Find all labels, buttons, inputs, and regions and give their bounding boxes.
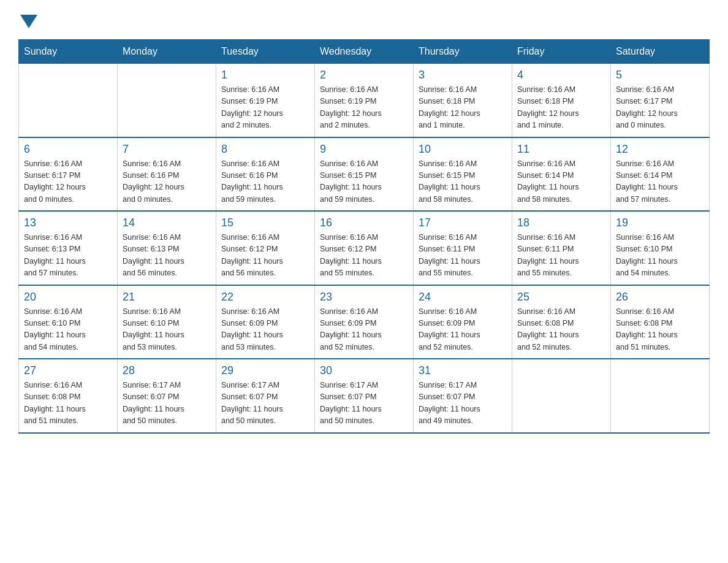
day-cell: 29Sunrise: 6:17 AM Sunset: 6:07 PM Dayli…	[216, 359, 315, 433]
day-number: 16	[320, 216, 408, 229]
day-cell: 3Sunrise: 6:16 AM Sunset: 6:18 PM Daylig…	[414, 64, 512, 137]
day-info: Sunrise: 6:17 AM Sunset: 6:07 PM Dayligh…	[123, 380, 211, 427]
day-number: 10	[419, 143, 507, 156]
header-cell-wednesday: Wednesday	[315, 40, 414, 64]
day-info: Sunrise: 6:16 AM Sunset: 6:11 PM Dayligh…	[419, 232, 507, 280]
day-info: Sunrise: 6:16 AM Sunset: 6:10 PM Dayligh…	[123, 306, 211, 354]
day-cell: 20Sunrise: 6:16 AM Sunset: 6:10 PM Dayli…	[19, 285, 118, 359]
day-info: Sunrise: 6:16 AM Sunset: 6:18 PM Dayligh…	[517, 84, 605, 132]
day-cell: 14Sunrise: 6:16 AM Sunset: 6:13 PM Dayli…	[118, 211, 216, 285]
day-cell: 16Sunrise: 6:16 AM Sunset: 6:12 PM Dayli…	[315, 211, 414, 285]
day-info: Sunrise: 6:16 AM Sunset: 6:17 PM Dayligh…	[24, 158, 112, 206]
day-cell: 25Sunrise: 6:16 AM Sunset: 6:08 PM Dayli…	[512, 285, 611, 359]
day-info: Sunrise: 6:16 AM Sunset: 6:19 PM Dayligh…	[320, 84, 408, 132]
day-number: 31	[419, 364, 507, 377]
week-row-3: 13Sunrise: 6:16 AM Sunset: 6:13 PM Dayli…	[19, 211, 710, 285]
day-info: Sunrise: 6:16 AM Sunset: 6:08 PM Dayligh…	[616, 306, 704, 354]
page-header	[18, 12, 710, 27]
calendar-table: SundayMondayTuesdayWednesdayThursdayFrid…	[18, 39, 710, 434]
day-info: Sunrise: 6:17 AM Sunset: 6:07 PM Dayligh…	[320, 380, 408, 427]
day-cell: 21Sunrise: 6:16 AM Sunset: 6:10 PM Dayli…	[118, 285, 216, 359]
header-row: SundayMondayTuesdayWednesdayThursdayFrid…	[19, 40, 710, 64]
day-number: 14	[123, 216, 211, 229]
day-info: Sunrise: 6:16 AM Sunset: 6:18 PM Dayligh…	[419, 84, 507, 132]
week-row-1: 1Sunrise: 6:16 AM Sunset: 6:19 PM Daylig…	[19, 64, 710, 137]
day-cell: 30Sunrise: 6:17 AM Sunset: 6:07 PM Dayli…	[315, 359, 414, 433]
day-cell	[512, 359, 611, 433]
day-info: Sunrise: 6:16 AM Sunset: 6:13 PM Dayligh…	[123, 232, 211, 280]
day-cell: 7Sunrise: 6:16 AM Sunset: 6:16 PM Daylig…	[118, 137, 216, 212]
week-row-2: 6Sunrise: 6:16 AM Sunset: 6:17 PM Daylig…	[19, 137, 710, 212]
day-info: Sunrise: 6:16 AM Sunset: 6:15 PM Dayligh…	[320, 158, 408, 206]
day-number: 7	[123, 143, 211, 156]
day-number: 17	[419, 216, 507, 229]
day-number: 15	[221, 216, 309, 229]
day-number: 4	[517, 69, 605, 82]
header-cell-friday: Friday	[512, 40, 611, 64]
week-row-5: 27Sunrise: 6:16 AM Sunset: 6:08 PM Dayli…	[19, 359, 710, 433]
day-cell: 5Sunrise: 6:16 AM Sunset: 6:17 PM Daylig…	[611, 64, 710, 137]
day-cell	[118, 64, 216, 137]
logo-triangle-icon	[20, 15, 37, 28]
day-number: 13	[24, 216, 112, 229]
day-info: Sunrise: 6:16 AM Sunset: 6:08 PM Dayligh…	[517, 306, 605, 354]
day-info: Sunrise: 6:16 AM Sunset: 6:15 PM Dayligh…	[419, 158, 507, 206]
day-info: Sunrise: 6:17 AM Sunset: 6:07 PM Dayligh…	[419, 380, 507, 427]
week-row-4: 20Sunrise: 6:16 AM Sunset: 6:10 PM Dayli…	[19, 285, 710, 359]
day-number: 20	[24, 291, 112, 304]
day-cell: 1Sunrise: 6:16 AM Sunset: 6:19 PM Daylig…	[216, 64, 315, 137]
header-cell-sunday: Sunday	[19, 40, 118, 64]
day-number: 6	[24, 143, 112, 156]
day-cell	[19, 64, 118, 137]
day-number: 26	[616, 291, 704, 304]
day-number: 25	[517, 291, 605, 304]
day-cell: 27Sunrise: 6:16 AM Sunset: 6:08 PM Dayli…	[19, 359, 118, 433]
day-cell: 10Sunrise: 6:16 AM Sunset: 6:15 PM Dayli…	[414, 137, 512, 212]
day-info: Sunrise: 6:16 AM Sunset: 6:19 PM Dayligh…	[221, 84, 309, 132]
day-cell: 23Sunrise: 6:16 AM Sunset: 6:09 PM Dayli…	[315, 285, 414, 359]
day-info: Sunrise: 6:16 AM Sunset: 6:16 PM Dayligh…	[221, 158, 309, 206]
day-info: Sunrise: 6:16 AM Sunset: 6:08 PM Dayligh…	[24, 380, 112, 427]
day-cell: 2Sunrise: 6:16 AM Sunset: 6:19 PM Daylig…	[315, 64, 414, 137]
day-info: Sunrise: 6:16 AM Sunset: 6:13 PM Dayligh…	[24, 232, 112, 280]
day-number: 27	[24, 364, 112, 377]
day-info: Sunrise: 6:16 AM Sunset: 6:16 PM Dayligh…	[123, 158, 211, 206]
day-info: Sunrise: 6:16 AM Sunset: 6:09 PM Dayligh…	[419, 306, 507, 354]
day-cell: 4Sunrise: 6:16 AM Sunset: 6:18 PM Daylig…	[512, 64, 611, 137]
day-cell: 31Sunrise: 6:17 AM Sunset: 6:07 PM Dayli…	[414, 359, 512, 433]
header-cell-tuesday: Tuesday	[216, 40, 315, 64]
logo	[18, 12, 37, 27]
day-number: 28	[123, 364, 211, 377]
day-info: Sunrise: 6:16 AM Sunset: 6:10 PM Dayligh…	[24, 306, 112, 354]
day-cell: 26Sunrise: 6:16 AM Sunset: 6:08 PM Dayli…	[611, 285, 710, 359]
day-number: 8	[221, 143, 309, 156]
day-info: Sunrise: 6:16 AM Sunset: 6:12 PM Dayligh…	[320, 232, 408, 280]
day-number: 30	[320, 364, 408, 377]
day-cell: 24Sunrise: 6:16 AM Sunset: 6:09 PM Dayli…	[414, 285, 512, 359]
day-cell: 28Sunrise: 6:17 AM Sunset: 6:07 PM Dayli…	[118, 359, 216, 433]
day-cell: 15Sunrise: 6:16 AM Sunset: 6:12 PM Dayli…	[216, 211, 315, 285]
day-cell: 18Sunrise: 6:16 AM Sunset: 6:11 PM Dayli…	[512, 211, 611, 285]
day-info: Sunrise: 6:16 AM Sunset: 6:09 PM Dayligh…	[221, 306, 309, 354]
day-cell	[611, 359, 710, 433]
day-cell: 6Sunrise: 6:16 AM Sunset: 6:17 PM Daylig…	[19, 137, 118, 212]
day-number: 1	[221, 69, 309, 82]
calendar-body: 1Sunrise: 6:16 AM Sunset: 6:19 PM Daylig…	[19, 64, 710, 433]
day-number: 24	[419, 291, 507, 304]
day-number: 18	[517, 216, 605, 229]
day-info: Sunrise: 6:16 AM Sunset: 6:14 PM Dayligh…	[517, 158, 605, 206]
day-number: 3	[419, 69, 507, 82]
header-cell-saturday: Saturday	[611, 40, 710, 64]
day-cell: 12Sunrise: 6:16 AM Sunset: 6:14 PM Dayli…	[611, 137, 710, 212]
day-cell: 13Sunrise: 6:16 AM Sunset: 6:13 PM Dayli…	[19, 211, 118, 285]
day-number: 5	[616, 69, 704, 82]
calendar-header: SundayMondayTuesdayWednesdayThursdayFrid…	[19, 40, 710, 64]
day-number: 21	[123, 291, 211, 304]
day-cell: 11Sunrise: 6:16 AM Sunset: 6:14 PM Dayli…	[512, 137, 611, 212]
day-info: Sunrise: 6:16 AM Sunset: 6:12 PM Dayligh…	[221, 232, 309, 280]
day-cell: 9Sunrise: 6:16 AM Sunset: 6:15 PM Daylig…	[315, 137, 414, 212]
day-number: 9	[320, 143, 408, 156]
day-info: Sunrise: 6:16 AM Sunset: 6:10 PM Dayligh…	[616, 232, 704, 280]
day-number: 23	[320, 291, 408, 304]
day-cell: 17Sunrise: 6:16 AM Sunset: 6:11 PM Dayli…	[414, 211, 512, 285]
